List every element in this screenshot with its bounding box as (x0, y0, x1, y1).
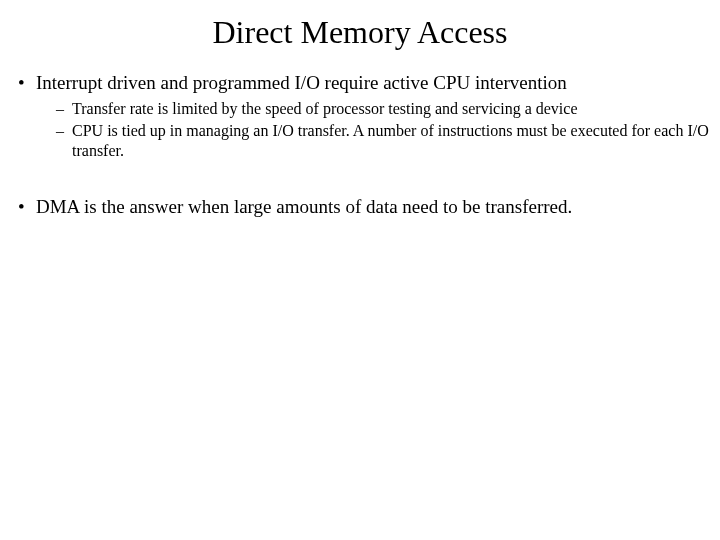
slide-content: Interrupt driven and programmed I/O requ… (0, 71, 720, 219)
bullet-list: Interrupt driven and programmed I/O requ… (18, 71, 710, 161)
bullet-item: Interrupt driven and programmed I/O requ… (18, 71, 710, 161)
bullet-text: DMA is the answer when large amounts of … (36, 196, 572, 217)
slide-title: Direct Memory Access (0, 0, 720, 71)
sub-item: CPU is tied up in managing an I/O transf… (56, 121, 710, 161)
bullet-text: Interrupt driven and programmed I/O requ… (36, 72, 567, 93)
slide: Direct Memory Access Interrupt driven an… (0, 0, 720, 540)
sub-item: Transfer rate is limited by the speed of… (56, 99, 710, 119)
bullet-item: DMA is the answer when large amounts of … (18, 195, 710, 219)
sub-list: Transfer rate is limited by the speed of… (36, 99, 710, 161)
bullet-list: DMA is the answer when large amounts of … (18, 195, 710, 219)
spacer (18, 167, 710, 195)
